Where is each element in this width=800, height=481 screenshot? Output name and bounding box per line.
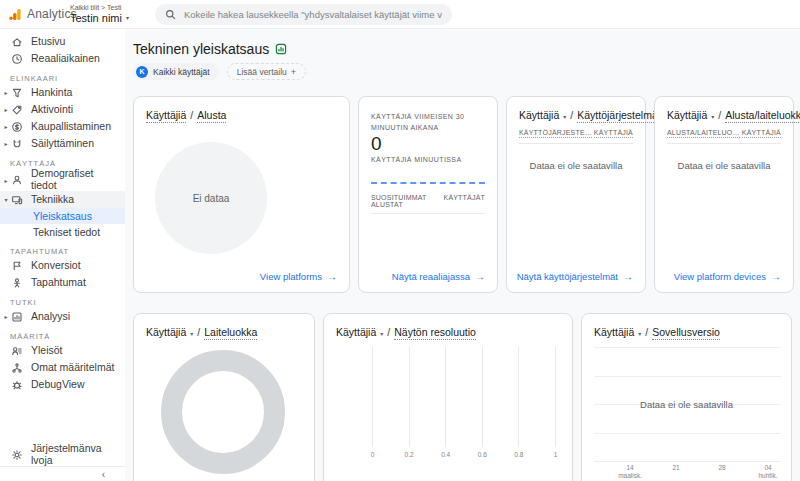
metric-selector[interactable]: Käyttäjiä xyxy=(146,326,186,338)
arrow-right-icon: → xyxy=(623,271,633,282)
analytics-logo[interactable]: Analytics xyxy=(0,7,66,21)
events-icon xyxy=(10,277,23,289)
view-platform-devices-link[interactable]: View platform devices → xyxy=(674,271,781,282)
arrow-right-icon: → xyxy=(771,271,781,282)
dollar-circle-icon xyxy=(10,121,23,133)
dimension-selector[interactable]: Näytön resoluutio xyxy=(394,326,476,340)
person-icon xyxy=(10,174,23,186)
column-header-platform-device[interactable]: ALUSTA/LAITELUO… xyxy=(667,129,740,138)
column-header-platforms: SUOSITUIMMAT ALUSTAT xyxy=(371,194,444,208)
x-axis-tick: 14 maalisk. xyxy=(618,464,642,480)
sidebar-item-activation[interactable]: ▸ Aktivointi xyxy=(0,101,125,118)
sidebar-bottom: Järjestelmänvalvoja ‹ xyxy=(0,444,125,481)
view-realtime-link[interactable]: Näytä reaaliajassa → xyxy=(392,271,485,282)
sidebar-item-realtime[interactable]: Reaaliaikainen xyxy=(0,50,125,67)
metric-selector[interactable]: Käyttäjiä xyxy=(594,326,634,338)
realtime-value: 0 xyxy=(371,134,485,155)
x-axis-tick: 21 xyxy=(672,464,679,472)
sidebar-item-acquisition[interactable]: ▸ Hankinta xyxy=(0,84,125,101)
page-title: Tekninen yleiskatsaus xyxy=(133,41,269,57)
sidebar-item-monetization[interactable]: ▸ Kaupallistaminen xyxy=(0,118,125,135)
sidebar-item-tech-details[interactable]: Tekniset tiedot xyxy=(0,224,125,240)
metric-selector[interactable]: Käyttäjiä xyxy=(336,326,376,338)
search-bar[interactable] xyxy=(155,4,452,25)
sidebar-section-explore: TUTKI xyxy=(0,298,125,308)
chevron-down-icon: ▾ xyxy=(2,196,10,203)
caret-down-icon: ▾ xyxy=(190,331,193,337)
sidebar-item-home[interactable]: Etusivu xyxy=(0,33,125,50)
devices-icon xyxy=(10,194,23,206)
column-header-users: KÄYTTÄJÄT xyxy=(444,194,485,208)
column-header-os[interactable]: KÄYTTÖJÄRJESTE… xyxy=(519,129,592,138)
column-header-users[interactable]: KÄYTTÄJIÄ xyxy=(742,129,781,138)
chevron-right-icon: ▸ xyxy=(2,140,10,147)
gear-icon xyxy=(10,449,23,461)
column-header-users[interactable]: KÄYTTÄJIÄ xyxy=(594,129,633,138)
empty-donut-placeholder: Ei dataa xyxy=(155,142,267,254)
view-os-link[interactable]: Näytä käyttöjärjestelmät → xyxy=(517,271,633,282)
metric-selector[interactable]: Käyttäjiä xyxy=(519,109,559,121)
sidebar-item-tech-overview[interactable]: Yleiskatsaus xyxy=(0,208,125,224)
no-data-message: Dataa ei ole saatavilla xyxy=(507,160,645,171)
no-data-message: Dataa ei ole saatavilla xyxy=(582,399,791,410)
sidebar-section-events: TAPAHTUMAT xyxy=(0,247,125,257)
bar-chart-gridlines xyxy=(372,347,556,447)
search-input[interactable] xyxy=(184,9,442,20)
app-header: Analytics Kaikki tilit > Testi Testin ni… xyxy=(0,0,800,29)
platform-device-card: Käyttäjiä ▾ / Alusta/laiteluokka ALUSTA/… xyxy=(654,96,794,293)
account-name: Testin nimi xyxy=(70,12,122,25)
sidebar-item-custom-definitions[interactable]: Omat määritelmät xyxy=(0,359,125,376)
all-users-chip[interactable]: K Kaikki käyttäjät xyxy=(133,63,219,80)
empty-donut-ring xyxy=(161,350,285,474)
app-version-card: Käyttäjiä ▾ / Sovellusversio Dataa ei ol… xyxy=(581,313,792,481)
device-category-card: Käyttäjiä ▾ / Laiteluokka xyxy=(133,313,315,481)
tag-icon xyxy=(10,104,23,116)
dimension-selector[interactable]: Sovellusversio xyxy=(652,326,720,340)
chevron-left-icon: ‹ xyxy=(102,469,105,480)
realtime-card: KÄYTTÄJIÄ VIIMEISEN 30 MINUUTIN AIKANA 0… xyxy=(358,96,498,293)
plus-icon: + xyxy=(291,67,296,77)
arrow-right-icon: → xyxy=(475,271,485,282)
sidebar-item-demographics[interactable]: ▸ Demografiset tiedot xyxy=(0,169,125,191)
sidebar-item-tech[interactable]: ▾ Tekniikka xyxy=(0,191,125,208)
report-icon[interactable] xyxy=(275,43,287,55)
sidebar-item-admin[interactable]: Järjestelmänvalvoja xyxy=(0,444,125,466)
home-icon xyxy=(10,36,23,48)
dimension-selector[interactable]: Alusta xyxy=(197,109,226,123)
screen-resolution-card: Käyttäjiä ▾ / Näytön resoluutio 0 0.2 0.… xyxy=(323,313,573,481)
metric-selector[interactable]: Käyttäjiä xyxy=(146,109,186,123)
dimension-selector[interactable]: Käyttöjärjestelmä xyxy=(577,109,658,123)
sidebar-section-lifecycle: ELINKAARI xyxy=(0,74,125,84)
sidebar-item-audiences[interactable]: Yleisöt xyxy=(0,342,125,359)
realtime-label: KÄYTTÄJIÄ VIIMEISEN 30 MINUUTIN AIKANA xyxy=(371,111,487,133)
sidebar-section-configure: MÄÄRITÄ xyxy=(0,332,125,342)
caret-down-icon: ▾ xyxy=(563,114,566,120)
sidebar-collapse-button[interactable]: ‹ xyxy=(0,466,125,481)
add-comparison-chip[interactable]: Lisää vertailu + xyxy=(227,63,306,80)
sidebar-item-events[interactable]: Tapahtumat xyxy=(0,274,125,291)
realtime-value-label: KÄYTTÄJIÄ MINUUTISSA xyxy=(371,156,485,163)
analytics-bars-icon xyxy=(9,8,22,21)
avatar: K xyxy=(136,66,148,78)
sidebar-item-retention[interactable]: ▸ Säilyttäminen xyxy=(0,135,125,152)
metric-selector[interactable]: Käyttäjiä xyxy=(667,109,707,121)
realtime-sparkline xyxy=(371,182,485,184)
main-content: Tekninen yleiskatsaus K Kaikki käyttäjät… xyxy=(125,29,800,481)
search-icon xyxy=(165,9,176,20)
dimension-selector[interactable]: Laiteluokka xyxy=(204,326,257,340)
chevron-right-icon: ▸ xyxy=(2,123,10,130)
sidebar-item-analysis[interactable]: ▸ Analyysi xyxy=(0,308,125,325)
hierarchy-icon xyxy=(10,362,23,374)
caret-down-icon: ▾ xyxy=(711,114,714,120)
caret-down-icon: ▾ xyxy=(638,331,641,337)
account-switcher[interactable]: Kaikki tilit > Testi Testin nimi ▾ xyxy=(70,4,129,25)
view-platforms-link[interactable]: View platforms → xyxy=(260,271,337,282)
sidebar-item-debugview[interactable]: DebugView xyxy=(0,376,125,393)
dimension-selector[interactable]: Alusta/laiteluokka xyxy=(725,109,800,123)
breadcrumb: Kaikki tilit > Testi xyxy=(70,4,129,12)
chart-box-icon xyxy=(10,311,23,323)
audience-icon xyxy=(10,345,23,357)
chevron-right-icon: ▸ xyxy=(2,177,10,184)
sidebar-item-conversions[interactable]: Konversiot xyxy=(0,257,125,274)
acquisition-icon xyxy=(10,87,23,99)
